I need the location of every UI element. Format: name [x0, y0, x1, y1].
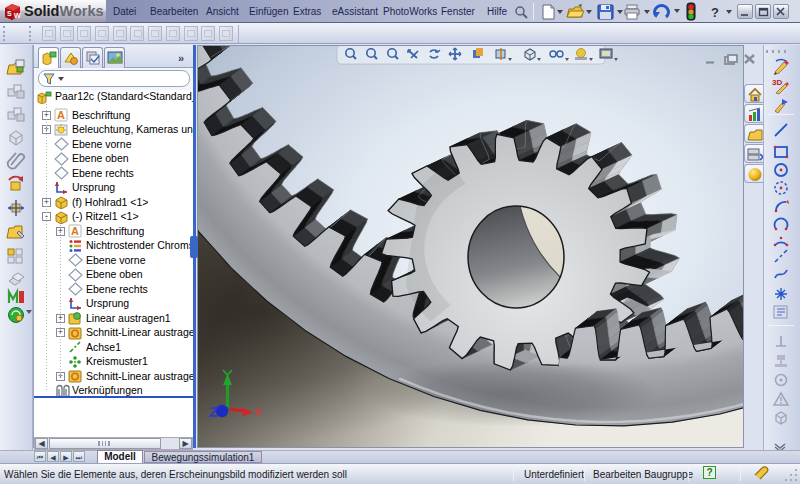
svg-text:W: W	[14, 12, 21, 19]
svg-text:?: ?	[711, 5, 719, 20]
svg-text:A: A	[57, 109, 65, 121]
svg-text:3D: 3D	[772, 78, 782, 87]
svg-text:A: A	[71, 225, 79, 237]
svg-text:S: S	[7, 10, 12, 17]
